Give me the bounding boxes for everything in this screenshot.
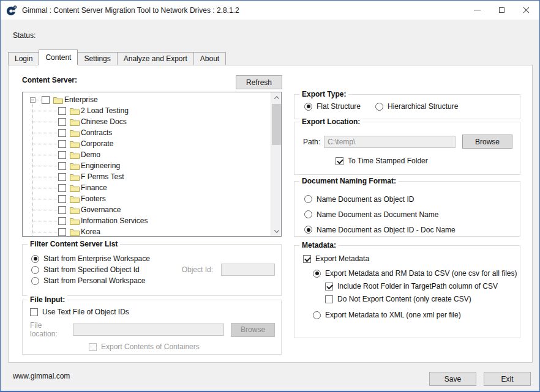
- tab-content[interactable]: Content: [39, 50, 78, 65]
- radio-row-specified-object-id[interactable]: Start from Specified Object Id Object Id…: [31, 264, 275, 275]
- tree-item[interactable]: Finance: [23, 182, 270, 193]
- tree-item-label: Korea: [81, 227, 100, 236]
- tree-item-label: Demo: [81, 150, 100, 159]
- window-title: Gimmal : Content Server Migration Tool t…: [22, 6, 239, 15]
- radio-row-enterprise-workspace[interactable]: Start from Enterprise Workspace: [31, 253, 275, 264]
- xml-option-radio[interactable]: [313, 311, 321, 319]
- tree-item[interactable]: Contracts: [23, 127, 270, 138]
- flat-structure-radio[interactable]: [304, 103, 312, 111]
- name-id-doc-name-row[interactable]: Name Document as Object ID - Doc Name: [304, 222, 520, 237]
- name-document-name-radio[interactable]: [304, 210, 312, 218]
- use-text-file-checkbox[interactable]: [30, 308, 38, 316]
- checkbox-label: Include Root Folder in TargetPath column…: [337, 282, 498, 290]
- filter-group-title: Filter Content Server List: [28, 240, 120, 248]
- tree-item[interactable]: Footers: [23, 193, 270, 204]
- tree-item[interactable]: Chinese Docs: [23, 116, 270, 127]
- export-metadata-row[interactable]: Export Metadata: [303, 254, 520, 263]
- tree-item-label: Finance: [81, 183, 107, 192]
- tree-connector: [33, 188, 58, 188]
- tree-item-checkbox[interactable]: [58, 184, 66, 192]
- tree-item[interactable]: F Perms Test: [23, 171, 270, 182]
- radio-label: Start from Personal Workspace: [43, 276, 146, 285]
- save-button[interactable]: Save: [429, 372, 476, 386]
- tree-item-label: Engineering: [81, 161, 120, 170]
- export-metadata-checkbox[interactable]: [303, 255, 311, 263]
- xml-option-row[interactable]: Export Metadata to XML (one xml per file…: [313, 311, 520, 319]
- scroll-up-icon[interactable]: [271, 92, 282, 103]
- tab-analyze-and-export[interactable]: Analyze and Export: [117, 52, 194, 65]
- include-root-row[interactable]: Include Root Folder in TargetPath column…: [325, 282, 520, 290]
- exit-button[interactable]: Exit: [484, 372, 531, 386]
- include-root-checkbox[interactable]: [325, 283, 333, 290]
- start-enterprise-radio[interactable]: [31, 255, 39, 263]
- flat-structure-row[interactable]: Flat Structure: [304, 102, 361, 111]
- tree-item-root[interactable]: Enterprise: [23, 94, 270, 105]
- no-content-checkbox[interactable]: [325, 295, 333, 303]
- csv-option-row[interactable]: Export Metadata and RM Data to CSV (one …: [313, 269, 520, 278]
- tab-login[interactable]: Login: [8, 52, 39, 65]
- tree-item-checkbox[interactable]: [58, 206, 66, 214]
- path-browse-button[interactable]: Browse: [462, 135, 512, 149]
- radio-row-personal-workspace[interactable]: Start from Personal Workspace: [31, 275, 275, 286]
- object-id-field[interactable]: [221, 264, 275, 276]
- tree-item[interactable]: Information Services: [23, 215, 270, 226]
- hierarchical-structure-radio[interactable]: [375, 103, 383, 111]
- refresh-button[interactable]: Refresh: [236, 75, 282, 89]
- tree-item-checkbox[interactable]: [58, 151, 66, 159]
- website-link[interactable]: www.gimmal.com: [13, 372, 70, 380]
- path-field[interactable]: C:\temp\: [324, 136, 456, 148]
- metadata-group: Metadata: Export Metadata Export Metadat…: [294, 245, 520, 338]
- content-server-tree[interactable]: Enterprise 2 Load Testing Chinese Docs C…: [22, 92, 282, 237]
- export-contents-row[interactable]: Export Contents of Containers: [89, 342, 275, 351]
- tab-settings[interactable]: Settings: [77, 52, 117, 65]
- no-content-row[interactable]: Do Not Export Content (only create CSV): [325, 295, 520, 303]
- status-label: Status:: [13, 31, 36, 40]
- tree-item[interactable]: 2 Load Testing: [23, 105, 270, 116]
- tree-item-checkbox[interactable]: [58, 118, 66, 126]
- tree-item[interactable]: Governance: [23, 204, 270, 215]
- tree-item-checkbox[interactable]: [58, 195, 66, 203]
- name-document-name-row[interactable]: Name Document as Document Name: [304, 207, 520, 222]
- start-personal-radio[interactable]: [31, 277, 39, 285]
- name-object-id-radio[interactable]: [304, 195, 312, 203]
- file-location-row: File location: Browse: [30, 321, 275, 338]
- tree-root-checkbox[interactable]: [42, 96, 50, 104]
- tree-item-checkbox[interactable]: [58, 107, 66, 115]
- scroll-down-icon[interactable]: [271, 226, 282, 236]
- hierarchical-structure-row[interactable]: Hierarchical Structure: [375, 102, 458, 111]
- path-label: Path:: [303, 138, 320, 146]
- checkbox-label: Export Metadata: [315, 254, 369, 263]
- timestamp-row[interactable]: To Time Stamped Folder: [336, 157, 520, 165]
- tree-item-checkbox[interactable]: [58, 129, 66, 137]
- tree-item-checkbox[interactable]: [58, 228, 66, 236]
- maximize-button[interactable]: [489, 1, 514, 20]
- tree-item[interactable]: Korea: [23, 226, 270, 237]
- tree-connector: [33, 133, 58, 133]
- close-button[interactable]: [514, 1, 538, 20]
- use-text-file-row[interactable]: Use Text File of Object IDs: [30, 308, 275, 316]
- tree-item-checkbox[interactable]: [58, 173, 66, 181]
- tree-item-checkbox[interactable]: [58, 140, 66, 148]
- app-window: Gimmal : Content Server Migration Tool t…: [0, 0, 540, 392]
- tree-item[interactable]: Corporate: [23, 138, 270, 149]
- export-contents-checkbox[interactable]: [89, 343, 97, 351]
- file-location-browse-button[interactable]: Browse: [231, 323, 275, 337]
- name-object-id-row[interactable]: Name Document as Object ID: [304, 191, 520, 207]
- minimize-button[interactable]: [465, 1, 489, 20]
- tree-scrollbar[interactable]: [271, 92, 281, 236]
- tree-item[interactable]: Engineering: [23, 160, 270, 171]
- name-id-doc-name-radio[interactable]: [304, 226, 312, 234]
- tab-about[interactable]: About: [193, 52, 226, 65]
- radio-label: Export Metadata to XML (one xml per file…: [325, 311, 461, 319]
- checkbox-label: To Time Stamped Folder: [348, 157, 428, 165]
- file-location-field[interactable]: [73, 324, 225, 336]
- timestamp-checkbox[interactable]: [336, 157, 343, 165]
- start-object-id-radio[interactable]: [31, 266, 39, 274]
- scrollbar-thumb[interactable]: [272, 104, 281, 145]
- file-input-group-title: File Input:: [28, 295, 67, 304]
- tree-item-checkbox[interactable]: [58, 217, 66, 225]
- csv-option-radio[interactable]: [313, 270, 321, 278]
- tree-item-checkbox[interactable]: [58, 162, 66, 170]
- tree-item[interactable]: Demo: [23, 149, 270, 160]
- folder-icon: [70, 217, 80, 225]
